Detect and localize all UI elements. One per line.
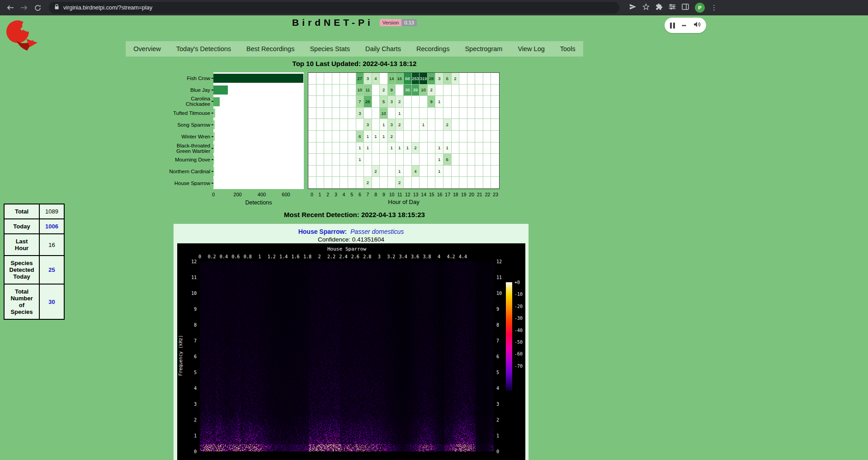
heatmap-cell: 2 bbox=[388, 131, 396, 142]
heatmap-cell bbox=[348, 177, 356, 189]
heatmap-cell: 2 bbox=[443, 119, 452, 131]
heatmap-cell bbox=[467, 177, 476, 189]
nav-item-recordings[interactable]: Recordings bbox=[409, 41, 457, 57]
heatmap-cell bbox=[452, 142, 460, 154]
heatmap-cell bbox=[467, 142, 476, 154]
bar-northern-cardinal bbox=[213, 167, 214, 176]
forward-icon[interactable] bbox=[18, 2, 30, 14]
hour-tick: 2 bbox=[326, 192, 329, 197]
heatmap-cell: 2 bbox=[428, 85, 436, 96]
heatmap-cell bbox=[332, 85, 340, 96]
browser-menu-icon[interactable]: ⋮ bbox=[711, 5, 715, 10]
back-icon[interactable] bbox=[5, 2, 16, 14]
heatmap-cell bbox=[452, 108, 460, 119]
heatmap-cell bbox=[443, 177, 452, 189]
heatmap-cell bbox=[452, 177, 460, 189]
spectro-time-tick: 1.8 bbox=[303, 254, 311, 259]
heatmap-cell bbox=[475, 142, 483, 154]
spectro-time-tick: 0.2 bbox=[208, 254, 216, 259]
nav-item-best-recordings[interactable]: Best Recordings bbox=[239, 41, 302, 57]
seek-handle[interactable] bbox=[682, 25, 686, 26]
extension-tune-icon[interactable] bbox=[669, 4, 676, 12]
heatmap-cell bbox=[332, 142, 340, 154]
audio-player bbox=[665, 18, 706, 33]
colorbar-tick: -30 bbox=[514, 316, 523, 321]
heatmap-cell: 10 bbox=[420, 85, 428, 96]
heatmap-cell bbox=[483, 166, 491, 177]
heatmap-cell bbox=[372, 177, 380, 189]
url-text[interactable]: virginia.birdnetpi.com/?stream=play bbox=[63, 5, 152, 11]
species-link[interactable]: House Sparrow: bbox=[298, 228, 347, 235]
reload-icon[interactable] bbox=[32, 2, 43, 14]
heatmap-cell: 1 bbox=[364, 142, 372, 154]
stats-value[interactable]: 25 bbox=[39, 256, 64, 284]
colorbar-tick: -20 bbox=[514, 304, 523, 308]
heatmap-cell bbox=[316, 166, 325, 177]
pause-icon[interactable] bbox=[670, 23, 675, 28]
spectro-freq-tick: 6 bbox=[184, 354, 197, 359]
spectro-time-tick: 1.2 bbox=[268, 254, 276, 259]
scientific-name-link[interactable]: Passer domesticus bbox=[350, 228, 404, 235]
volume-icon[interactable] bbox=[693, 21, 701, 29]
hour-tick: 19 bbox=[461, 192, 467, 197]
nav-item-today-s-detections[interactable]: Today's Detections bbox=[169, 41, 239, 57]
nav-item-view-log[interactable]: View Log bbox=[510, 41, 552, 57]
side-panel-icon[interactable] bbox=[682, 4, 689, 12]
stats-row: Today1006 bbox=[4, 219, 64, 234]
heatmap-cell: 28 bbox=[428, 73, 436, 85]
heatmap-cell bbox=[412, 177, 420, 189]
heatmap-cell: 3 bbox=[435, 73, 443, 85]
hour-tick: 3 bbox=[335, 192, 337, 197]
nav-item-species-stats[interactable]: Species Stats bbox=[302, 41, 358, 57]
heatmap-cell bbox=[475, 131, 483, 142]
spectro-freq-tick: 1 bbox=[184, 433, 197, 438]
nav-item-overview[interactable]: Overview bbox=[126, 41, 168, 57]
bar-x-tick: 600 bbox=[282, 192, 290, 197]
spectro-time-tick: 0.4 bbox=[220, 254, 228, 259]
heatmap-cell bbox=[380, 154, 388, 166]
bar-x-tick: 0 bbox=[212, 192, 215, 197]
heatmap-cell bbox=[308, 131, 316, 142]
nav-item-spectrogram[interactable]: Spectrogram bbox=[457, 41, 510, 57]
spectro-time-tick: 4.2 bbox=[447, 254, 455, 259]
spectro-freq-tick: 2 bbox=[184, 417, 197, 422]
bar-chart bbox=[213, 72, 304, 189]
profile-avatar[interactable]: P bbox=[695, 3, 705, 13]
heatmap-cell: 2 bbox=[452, 73, 460, 85]
heatmap-cell bbox=[420, 96, 428, 108]
heatmap-cell bbox=[388, 154, 396, 166]
spectrogram-y-axis-label: Frequency (kHz) bbox=[178, 301, 183, 410]
heatmap-cell bbox=[491, 96, 499, 108]
heatmap-cell bbox=[372, 85, 380, 96]
hour-tick: 10 bbox=[389, 192, 395, 197]
detection-title: House Sparrow:Passer domesticus bbox=[174, 228, 528, 235]
bookmark-star-icon[interactable] bbox=[642, 3, 650, 12]
hour-tick: 16 bbox=[437, 192, 443, 197]
heatmap-cell bbox=[340, 85, 348, 96]
spectro-freq-tick: 12 bbox=[184, 259, 197, 264]
stats-label: Last Hour bbox=[4, 234, 39, 256]
heatmap-cell: 1 bbox=[435, 96, 443, 108]
send-icon[interactable] bbox=[629, 4, 637, 12]
heatmap-cell bbox=[348, 73, 356, 85]
heatmap-cell bbox=[324, 96, 332, 108]
spectrogram-image bbox=[200, 261, 494, 451]
heatmap-cell: 5 bbox=[380, 96, 388, 108]
heatmap-cell bbox=[356, 119, 364, 131]
nav-item-tools[interactable]: Tools bbox=[552, 41, 583, 57]
spectro-freq-tick: 10 bbox=[184, 291, 197, 296]
heatmap-cell bbox=[491, 131, 499, 142]
nav-item-daily-charts[interactable]: Daily Charts bbox=[358, 41, 409, 57]
heatmap-cell bbox=[467, 166, 476, 177]
stats-value[interactable]: 30 bbox=[39, 284, 64, 319]
stats-value[interactable]: 1006 bbox=[39, 219, 64, 234]
url-bar[interactable]: virginia.birdnetpi.com/?stream=play bbox=[49, 2, 619, 14]
heatmap-cell bbox=[316, 119, 325, 131]
colorbar-tick: -40 bbox=[514, 327, 523, 332]
stats-row: Total Number of Species30 bbox=[4, 284, 64, 319]
extensions-puzzle-icon[interactable] bbox=[656, 3, 663, 12]
hour-tick: 21 bbox=[477, 192, 482, 197]
bar-song-sparrow bbox=[213, 120, 215, 129]
spectro-time-tick: 3.8 bbox=[423, 254, 431, 259]
heatmap-cell bbox=[467, 154, 476, 166]
